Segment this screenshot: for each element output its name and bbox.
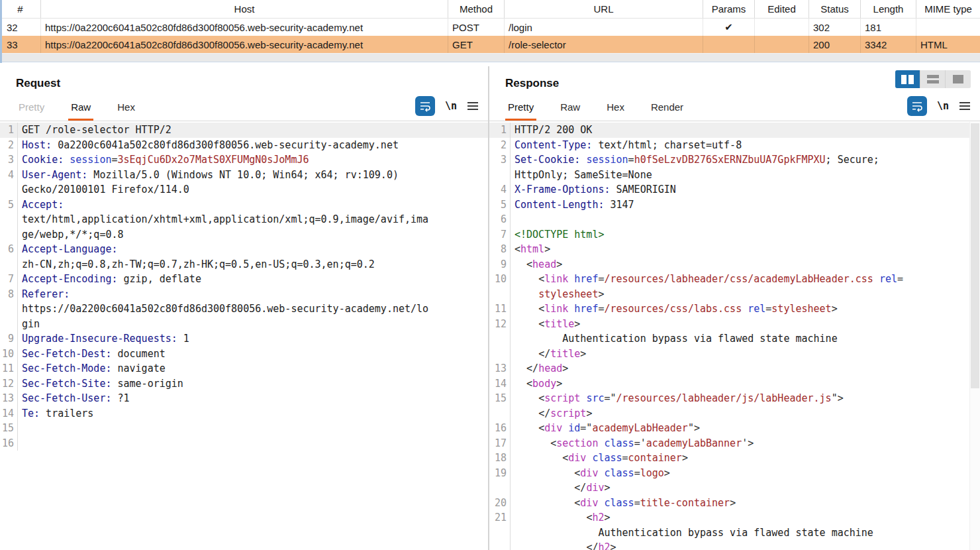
newline-icon[interactable]: \n — [445, 100, 457, 112]
code-line[interactable]: 6 — [489, 212, 969, 227]
request-title: Request — [16, 77, 488, 90]
layout-split-columns-icon[interactable] — [895, 70, 920, 88]
code-line[interactable]: 3Set-Cookie: session=h0fSeLzvDB276SxERNZ… — [489, 152, 969, 182]
layout-single-pane-icon[interactable] — [946, 70, 971, 88]
line-number: 17 — [489, 436, 511, 451]
cell-method[interactable]: POST — [448, 19, 505, 36]
line-text: User-Agent: Mozilla/5.0 (Windows NT 10.0… — [18, 168, 488, 197]
scrollbar-thumb[interactable] — [971, 123, 979, 388]
cell-mime[interactable] — [916, 19, 980, 36]
column-header-length[interactable]: Length — [861, 0, 916, 18]
tab-raw[interactable]: Raw — [68, 100, 93, 121]
cell-params[interactable] — [703, 36, 755, 53]
cell-status[interactable]: 200 — [809, 36, 861, 53]
code-line[interactable]: 13Sec-Fetch-User: ?1 — [0, 391, 488, 406]
code-line[interactable]: 6Accept-Language: zh-CN,zh;q=0.8,zh-TW;q… — [0, 242, 488, 272]
code-line[interactable]: 4User-Agent: Mozilla/5.0 (Windows NT 10.… — [0, 168, 488, 197]
code-line[interactable]: 9 <head> — [489, 257, 969, 272]
code-line[interactable]: 8<html> — [489, 242, 969, 257]
cell-host[interactable]: https://0a2200c6041a502c80fd86d300f80056… — [41, 19, 448, 36]
word-wrap-icon[interactable] — [415, 96, 435, 116]
line-number: 8 — [0, 287, 18, 332]
code-line[interactable]: 18 <div class=container> — [489, 451, 969, 466]
code-line[interactable]: 12Sec-Fetch-Site: same-origin — [0, 376, 488, 392]
response-editor[interactable]: 1HTTP/2 200 OK2Content-Type: text/html; … — [489, 123, 969, 550]
cell-status[interactable]: 302 — [809, 19, 861, 36]
cell-length[interactable]: 3342 — [861, 36, 916, 53]
tab-pretty[interactable]: Pretty — [16, 100, 47, 121]
cell-num[interactable]: 32 — [0, 19, 41, 36]
cell-url[interactable]: /login — [505, 19, 703, 36]
code-line[interactable]: 16 — [0, 436, 488, 451]
code-line[interactable]: 13 </head> — [489, 361, 969, 376]
code-line[interactable]: 14Te: trailers — [0, 406, 488, 421]
table-body: 32https://0a2200c6041a502c80fd86d300f800… — [0, 19, 980, 53]
code-line[interactable]: 21 <h2> Authentication bypass via flawed… — [489, 510, 969, 550]
code-line[interactable]: 5Content-Length: 3147 — [489, 197, 969, 213]
code-line[interactable]: 10Sec-Fetch-Dest: document — [0, 347, 488, 362]
cell-edited[interactable] — [755, 36, 809, 53]
code-line[interactable]: 1GET /role-selector HTTP/2 — [0, 123, 488, 138]
code-line[interactable]: 14 <body> — [489, 376, 969, 392]
code-line[interactable]: 5Accept: text/html,application/xhtml+xml… — [0, 197, 488, 243]
column-header-num[interactable]: # — [0, 0, 41, 18]
line-text — [18, 436, 488, 451]
layout-split-rows-icon[interactable] — [920, 70, 946, 88]
line-number: 8 — [489, 242, 511, 257]
line-number: 5 — [489, 197, 511, 213]
code-line[interactable]: 2Content-Type: text/html; charset=utf-8 — [489, 138, 969, 153]
column-header-mime[interactable]: MIME type — [916, 0, 980, 18]
http-history-table: #HostMethodURLParamsEditedStatusLengthMI… — [0, 0, 980, 62]
line-number: 14 — [0, 406, 18, 421]
cell-url[interactable]: /role-selector — [505, 36, 703, 53]
line-number: 5 — [0, 197, 18, 243]
menu-icon[interactable] — [467, 101, 479, 111]
column-header-method[interactable]: Method — [448, 0, 505, 18]
tab-hex[interactable]: Hex — [604, 100, 627, 121]
code-line[interactable]: 10 <link href=/resources/labheader/css/a… — [489, 272, 969, 302]
code-line[interactable]: 17 <section class='academyLabBanner'> — [489, 436, 969, 451]
newline-icon[interactable]: \n — [937, 100, 949, 112]
column-header-status[interactable]: Status — [809, 0, 861, 18]
column-header-edited[interactable]: Edited — [755, 0, 809, 18]
code-line[interactable]: 7<!DOCTYPE html> — [489, 227, 969, 243]
tab-pretty[interactable]: Pretty — [505, 100, 536, 121]
response-scrollbar[interactable] — [969, 122, 980, 550]
code-line[interactable]: 16 <div id="academyLabHeader"> — [489, 421, 969, 436]
cell-host[interactable]: https://0a2200c6041a502c80fd86d300f80056… — [41, 36, 448, 53]
code-line[interactable]: 2Host: 0a2200c6041a502c80fd86d300f80056.… — [0, 138, 488, 153]
code-line[interactable]: 7Accept-Encoding: gzip, deflate — [0, 272, 488, 287]
code-line[interactable]: 8Referer: https://0a2200c6041a502c80fd86… — [0, 287, 488, 332]
code-line[interactable]: 4X-Frame-Options: SAMEORIGIN — [489, 182, 969, 197]
code-line[interactable]: 20 <div class=title-container> — [489, 496, 969, 511]
code-line[interactable]: 15 <script src="/resources/labheader/js/… — [489, 391, 969, 421]
code-line[interactable]: 15 — [0, 421, 488, 436]
tab-hex[interactable]: Hex — [115, 100, 138, 121]
cell-length[interactable]: 181 — [861, 19, 916, 36]
cell-params[interactable]: ✔ — [703, 19, 755, 36]
code-line[interactable]: 1HTTP/2 200 OK — [489, 123, 969, 138]
code-line[interactable]: 11 <link href=/resources/css/labs.css re… — [489, 302, 969, 317]
word-wrap-icon[interactable] — [907, 96, 927, 116]
column-header-params[interactable]: Params — [703, 0, 755, 18]
column-header-host[interactable]: Host — [41, 0, 448, 18]
tab-raw[interactable]: Raw — [558, 100, 583, 121]
table-row[interactable]: 32https://0a2200c6041a502c80fd86d300f800… — [0, 19, 980, 36]
line-number: 6 — [489, 212, 511, 227]
line-text: Upgrade-Insecure-Requests: 1 — [18, 331, 488, 347]
menu-icon[interactable] — [959, 101, 971, 111]
burp-proxy-view: #HostMethodURLParamsEditedStatusLengthMI… — [0, 0, 980, 550]
code-line[interactable]: 19 <div class=logo> </div> — [489, 466, 969, 496]
code-line[interactable]: 3Cookie: session=3sEqjCu6Dx2o7MatS0XFUMg… — [0, 152, 488, 168]
cell-mime[interactable]: HTML — [916, 36, 980, 53]
code-line[interactable]: 11Sec-Fetch-Mode: navigate — [0, 361, 488, 376]
cell-method[interactable]: GET — [448, 36, 505, 53]
column-header-url[interactable]: URL — [505, 0, 703, 18]
code-line[interactable]: 12 <title> Authentication bypass via fla… — [489, 317, 969, 362]
cell-edited[interactable] — [755, 19, 809, 36]
cell-num[interactable]: 33 — [0, 36, 41, 53]
tab-render[interactable]: Render — [648, 100, 686, 121]
code-line[interactable]: 9Upgrade-Insecure-Requests: 1 — [0, 331, 488, 347]
request-editor[interactable]: 1GET /role-selector HTTP/22Host: 0a2200c… — [0, 123, 488, 451]
table-row[interactable]: 33https://0a2200c6041a502c80fd86d300f800… — [0, 36, 980, 53]
